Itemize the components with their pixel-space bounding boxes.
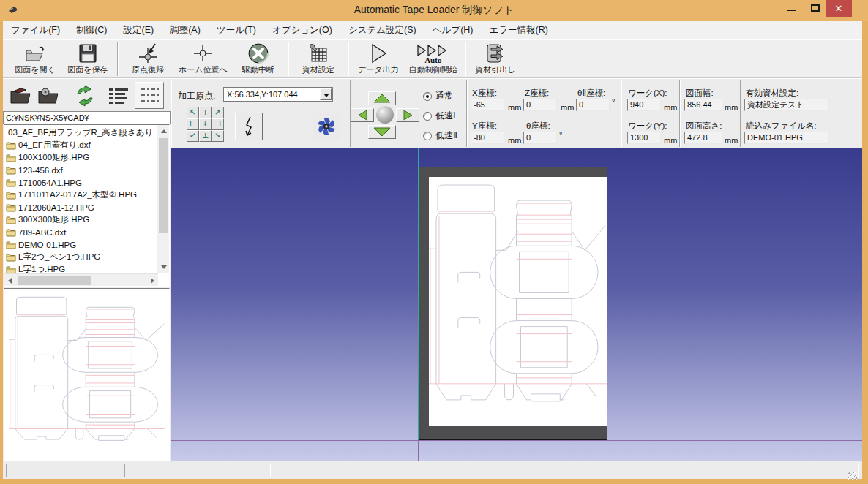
folder-up-button[interactable] [35, 82, 61, 109]
refresh-button[interactable] [70, 82, 100, 109]
scroll-left-icon[interactable] [8, 278, 12, 284]
file-list-item[interactable]: 1712060A1-12.HPG [6, 201, 155, 213]
active-material-label: 有効資材設定: [746, 88, 798, 99]
grid-middle-right-button[interactable]: ⊣ [212, 118, 224, 130]
folder-up-icon [37, 86, 60, 106]
folder-back-icon [9, 86, 32, 106]
folder-icon [6, 228, 16, 237]
machining-origin-label: 加工原点: [178, 90, 215, 102]
app-window: Automatic Tape Loader 制御ソフト ✕ ファイル(F) 制御… [0, 0, 868, 484]
measure-arrow-button[interactable] [235, 113, 263, 140]
save-drawing-button[interactable]: 図面を保存 [61, 40, 114, 77]
grid-bottom-center-button[interactable]: ⊥ [199, 130, 212, 142]
folder-icon [6, 241, 16, 249]
speed-normal-radio[interactable]: 通常 [423, 90, 453, 102]
grid-top-left-button[interactable]: ↖ [187, 107, 199, 118]
maximize-icon [811, 4, 820, 12]
window-title: Automatic Tape Loader 制御ソフト [0, 4, 868, 17]
file-list-item[interactable]: 1710054A1.HPG [6, 176, 155, 189]
speed-low1-radio[interactable]: 低速Ⅰ [423, 110, 456, 122]
pinwheel-button[interactable] [313, 113, 340, 140]
radio-icon [423, 132, 432, 140]
list-view-button[interactable] [135, 82, 164, 109]
data-output-button[interactable]: データ出力 [352, 40, 405, 77]
file-name: 1711011A2-017A2_木型②.HPG [18, 189, 137, 200]
horizontal-scrollbar[interactable] [4, 273, 158, 286]
file-sidebar: C:¥NSK¥NS-X5¥CAD¥ 03_AF_BF用フラップR_高さ段さあり.… [3, 78, 171, 461]
vertical-scroll-thumb[interactable] [159, 138, 168, 233]
menu-tools[interactable]: ツール(T) [209, 24, 264, 37]
open-drawing-button[interactable]: 図面を開く [9, 40, 61, 77]
file-list: 03_AF_BF用フラップR_高さ段さあり.dxf04_EF用蓋有り.dxf10… [4, 124, 170, 287]
file-list-item[interactable]: 100X100矩形.HPG [6, 151, 155, 164]
grid-top-right-button[interactable]: ↗ [212, 107, 224, 118]
scroll-right-icon[interactable] [151, 278, 154, 284]
vertical-scrollbar[interactable] [157, 125, 169, 273]
menu-error-info[interactable]: エラー情報(R) [481, 24, 555, 37]
auto-control-start-button[interactable]: Auto 自動制御開始 [405, 40, 462, 77]
menu-options[interactable]: オプション(O) [264, 24, 340, 37]
machining-origin-combobox[interactable]: X:56.334,Y:107.044 [223, 87, 333, 102]
horizontal-scroll-thumb[interactable] [18, 276, 91, 285]
file-list-item[interactable]: 789-ABC.dxf [6, 226, 155, 238]
home-position-button[interactable]: ホーム位置へ [174, 40, 232, 77]
drive-interrupt-button[interactable]: 駆動中断 [232, 40, 285, 77]
machine-view-canvas[interactable] [171, 148, 862, 461]
scroll-up-icon[interactable] [161, 129, 167, 133]
jog-left-button[interactable] [351, 108, 374, 122]
origin-return-button[interactable]: 原点復帰 [121, 40, 174, 77]
jog-right-button[interactable] [396, 108, 419, 122]
origin-return-icon [135, 42, 160, 64]
details-view-button[interactable] [105, 82, 132, 109]
file-name: 789-ABC.dxf [18, 228, 66, 237]
y-unit: mm [508, 136, 521, 145]
details-view-icon [108, 86, 130, 105]
material-grid-icon [307, 42, 329, 64]
file-list-item[interactable]: 300X300矩形.HPG [6, 213, 155, 226]
menu-adjust[interactable]: 調整(A) [162, 24, 209, 37]
drawing-height-field: 472.8 [684, 132, 722, 144]
folder-icon [6, 203, 16, 212]
menu-help[interactable]: ヘルプ(H) [424, 24, 482, 37]
maximize-button[interactable] [805, 0, 826, 17]
radio-icon [423, 112, 432, 121]
active-material-field: 資材設定テスト [744, 99, 829, 111]
file-list-item[interactable]: L字2つ_ペン1つ.HPG [6, 251, 155, 263]
jog-down-icon [373, 127, 391, 137]
file-name: DEMO-01.HPG [18, 241, 76, 249]
drawing-preview-panel [4, 288, 170, 461]
material-pullout-button[interactable]: 資材引出し [469, 40, 522, 77]
folder-back-button[interactable] [7, 82, 34, 109]
close-button[interactable]: ✕ [826, 0, 852, 17]
menu-system-settings[interactable]: システム設定(S) [340, 24, 424, 37]
grid-middle-left-button[interactable]: ⊢ [187, 118, 199, 130]
work-x-field[interactable]: 940 [627, 99, 661, 111]
grid-center-button[interactable]: + [199, 118, 212, 130]
jog-down-button[interactable] [368, 125, 396, 139]
work-y-field[interactable]: 1300 [627, 132, 661, 144]
file-list-item[interactable]: 04_EF用蓋有り.dxf [6, 139, 155, 151]
auto-badge: Auto [424, 57, 441, 64]
jog-center-ball[interactable] [376, 106, 394, 124]
grid-bottom-right-button[interactable]: ↘ [212, 130, 224, 142]
file-list-item[interactable]: 123-456.dxf [6, 164, 155, 176]
resize-grip[interactable] [848, 472, 857, 480]
material-setting-button[interactable]: 資材設定 [292, 40, 345, 77]
jog-up-button[interactable] [368, 91, 396, 105]
scroll-down-icon[interactable] [161, 265, 167, 269]
crosshair-horizontal-purple [171, 440, 862, 441]
grid-top-center-button[interactable]: ⊤ [199, 107, 212, 118]
file-list-item[interactable]: 03_AF_BF用フラップR_高さ段さあり.dxf [6, 126, 155, 139]
combobox-dropdown-icon[interactable] [320, 88, 332, 100]
menu-file[interactable]: ファイル(F) [3, 24, 68, 37]
speed-low2-radio[interactable]: 低速Ⅱ [423, 129, 457, 142]
file-list-item[interactable]: DEMO-01.HPG [6, 238, 155, 251]
minimize-button[interactable] [782, 0, 802, 17]
drawing-width-unit: mm [725, 103, 738, 112]
file-list-item[interactable]: 1711011A2-017A2_木型②.HPG [6, 189, 155, 201]
menu-control[interactable]: 制御(C) [68, 24, 115, 37]
drawing-width-field: 856.44 [684, 99, 722, 111]
grid-bottom-left-button[interactable]: ↙ [187, 130, 199, 142]
x-coord-label: X座標: [472, 88, 497, 99]
menu-settings[interactable]: 設定(E) [116, 24, 162, 37]
